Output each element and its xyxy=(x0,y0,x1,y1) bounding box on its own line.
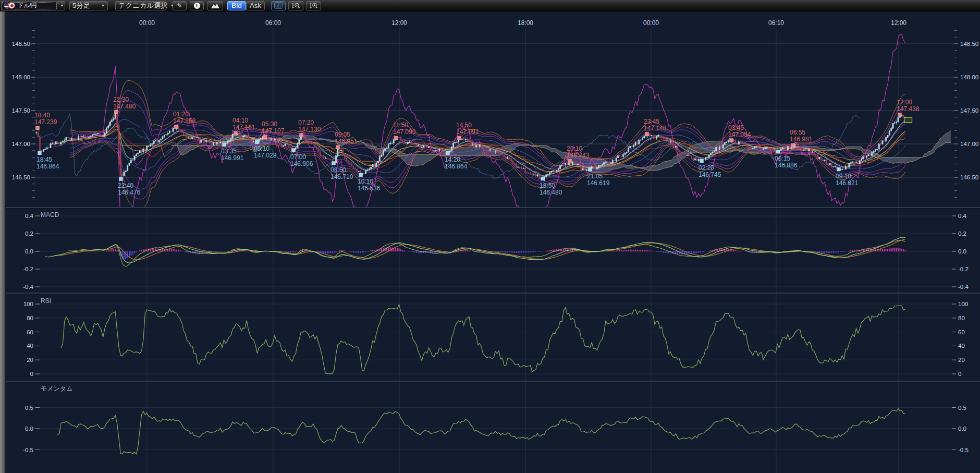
rsi-panel: RSI100100808060604040202000 xyxy=(23,297,968,377)
svg-text:147.054: 147.054 xyxy=(728,131,751,138)
svg-text:0: 0 xyxy=(958,371,961,377)
svg-text:0.2: 0.2 xyxy=(958,231,966,237)
zoom-out-button[interactable] xyxy=(288,1,303,10)
svg-text:18:00: 18:00 xyxy=(518,19,533,27)
swing-low-marker xyxy=(700,159,704,163)
svg-text:23:45: 23:45 xyxy=(644,118,659,125)
svg-text:21:05: 21:05 xyxy=(587,173,603,180)
bid-button[interactable]: Bid xyxy=(227,1,246,10)
svg-text:147.239: 147.239 xyxy=(34,118,57,126)
swing-low-marker xyxy=(776,150,780,153)
timeframe-select[interactable]: 5分足 ▼ xyxy=(69,1,108,10)
technical-select-button[interactable]: テクニカル選択 ▼ xyxy=(115,1,166,10)
svg-text:20: 20 xyxy=(27,357,33,363)
svg-text:147.00: 147.00 xyxy=(960,141,978,147)
svg-text:100: 100 xyxy=(958,301,968,307)
svg-text:146.864: 146.864 xyxy=(36,163,59,170)
chevron-down-icon: ▼ xyxy=(101,4,105,7)
svg-text:04:10: 04:10 xyxy=(232,117,248,124)
svg-text:147.161: 147.161 xyxy=(232,124,255,131)
swing-high-marker xyxy=(730,139,733,142)
svg-text:18:40: 18:40 xyxy=(34,112,50,119)
svg-text:147.50: 147.50 xyxy=(960,107,978,114)
swing-high-marker xyxy=(175,125,178,128)
pencil-icon: ✎ xyxy=(177,2,182,9)
svg-text:0.0: 0.0 xyxy=(25,426,33,432)
svg-text:146.710: 146.710 xyxy=(330,173,353,180)
swing-low-marker xyxy=(119,177,123,181)
svg-text:146.480: 146.480 xyxy=(540,189,562,196)
svg-text:モメンタム: モメンタム xyxy=(41,385,72,392)
svg-text:60: 60 xyxy=(27,329,33,335)
swing-low-marker xyxy=(332,162,336,165)
swing-high-marker xyxy=(568,159,572,163)
svg-text:RSI: RSI xyxy=(41,297,51,305)
momentum-panel: モメンタム0.50.50.00.0-0.5-0.5 xyxy=(23,385,969,454)
svg-text:147.148: 147.148 xyxy=(644,125,667,132)
swing-high-marker xyxy=(336,145,340,149)
swing-high-marker xyxy=(115,110,118,114)
svg-text:0.4: 0.4 xyxy=(25,213,34,219)
pair-dropdown-button[interactable]: ▼ xyxy=(56,1,65,10)
svg-text:40: 40 xyxy=(958,343,965,349)
chart-canvas[interactable]: 00:0006:0012:0018:0000:0006:1012:0018:40… xyxy=(0,11,980,473)
svg-text:05:30: 05:30 xyxy=(262,120,277,128)
swing-high-marker xyxy=(263,135,267,139)
zoom-in-icon xyxy=(309,2,318,9)
svg-text:146.906: 146.906 xyxy=(290,160,313,167)
chevron-down-icon: ▼ xyxy=(60,4,64,7)
svg-text:20: 20 xyxy=(958,357,965,363)
svg-text:09:05: 09:05 xyxy=(335,131,350,138)
swing-high-marker xyxy=(898,113,902,116)
svg-text:148.00: 148.00 xyxy=(960,74,978,80)
svg-text:100: 100 xyxy=(23,301,33,307)
svg-text:146.743: 146.743 xyxy=(567,152,590,159)
timeframe-label: 5分足 xyxy=(72,1,90,10)
swing-low-marker xyxy=(446,151,450,155)
svg-text:147.090: 147.090 xyxy=(393,128,416,136)
svg-text:-0.4: -0.4 xyxy=(958,284,969,290)
swing-high-marker xyxy=(645,132,649,136)
svg-text:146.991: 146.991 xyxy=(221,154,244,162)
svg-text:0.5: 0.5 xyxy=(25,405,33,411)
svg-text:-0.2: -0.2 xyxy=(958,266,969,272)
chart-type-button[interactable] xyxy=(271,1,286,10)
svg-text:146.50: 146.50 xyxy=(12,174,30,180)
currency-pair-select[interactable]: ドル/円 xyxy=(1,1,56,10)
svg-text:12:00: 12:00 xyxy=(391,19,407,27)
svg-text:10:10: 10:10 xyxy=(358,178,373,185)
svg-text:147.50: 147.50 xyxy=(12,107,30,114)
svg-text:06:55: 06:55 xyxy=(790,129,805,136)
svg-text:146.745: 146.745 xyxy=(699,171,721,178)
svg-text:0.2: 0.2 xyxy=(25,231,33,237)
swing-low-marker xyxy=(837,167,841,171)
svg-text:146.536: 146.536 xyxy=(358,185,381,192)
svg-text:11:50: 11:50 xyxy=(393,122,408,129)
svg-text:147.107: 147.107 xyxy=(262,127,285,135)
toolbar: ドル/円 ▼ 5分足 ▼ テクニカル選択 ▼ ✎ i Bid Ask xyxy=(0,0,980,11)
zoom-out-icon xyxy=(291,2,300,9)
svg-text:147.258: 147.258 xyxy=(173,117,196,125)
svg-text:147.480: 147.480 xyxy=(113,103,136,110)
svg-text:0.0: 0.0 xyxy=(958,426,966,432)
left-gutter[interactable] xyxy=(0,11,6,473)
mountain-chart-button[interactable] xyxy=(207,1,223,10)
swing-low-marker xyxy=(255,140,259,144)
draw-tool-button[interactable]: ✎ xyxy=(173,1,187,10)
svg-text:12:00: 12:00 xyxy=(891,19,906,27)
svg-text:14:50: 14:50 xyxy=(456,122,472,129)
svg-text:00:00: 00:00 xyxy=(643,19,659,27)
chart-svg: 00:0006:0012:0018:0000:0006:1012:0018:40… xyxy=(0,11,980,473)
svg-text:05:10: 05:10 xyxy=(254,145,270,152)
zoom-in-button[interactable] xyxy=(306,1,321,10)
info-icon: i xyxy=(194,3,200,9)
current-price-marker xyxy=(904,117,912,123)
macd-panel: MACD0.40.40.20.20.00.0-0.2-0.2-0.4-0.4 xyxy=(23,211,969,290)
swing-low-marker xyxy=(541,177,545,180)
svg-text:22:40: 22:40 xyxy=(118,182,133,189)
ask-button[interactable]: Ask xyxy=(246,1,265,10)
price-panel xyxy=(36,34,951,246)
info-button[interactable]: i xyxy=(190,1,204,10)
bid-ask-toggle: Bid Ask xyxy=(227,1,265,10)
svg-text:148.50: 148.50 xyxy=(960,41,978,47)
